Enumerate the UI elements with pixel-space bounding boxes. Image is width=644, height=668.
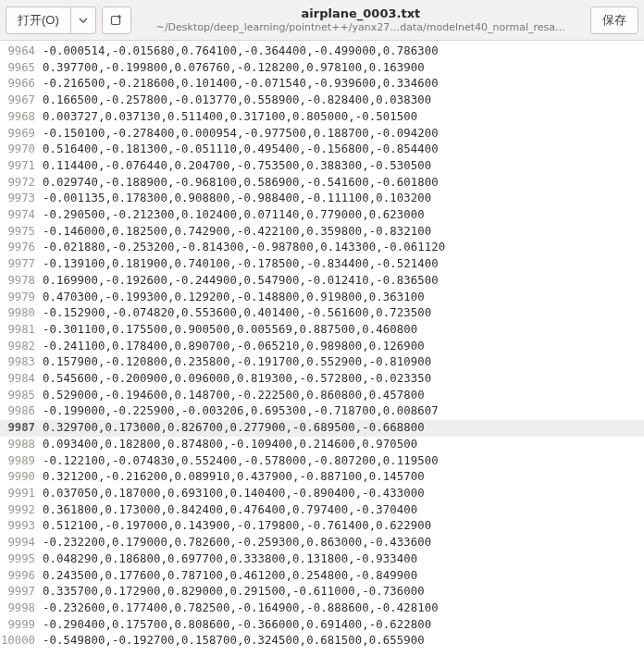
text-line[interactable]: 9977-0.139100,0.181900,0.740100,-0.17850…	[0, 256, 644, 273]
line-content: 0.545600,-0.200900,0.096000,0.819300,-0.…	[41, 371, 644, 388]
line-number: 9987	[0, 420, 41, 437]
line-number: 9993	[0, 518, 41, 535]
line-content: 0.114400,-0.076440,0.204700,-0.753500,0.…	[41, 158, 644, 175]
line-content: -0.290500,-0.212300,0.102400,0.071140,0.…	[41, 207, 644, 224]
line-number: 9983	[0, 354, 41, 371]
svg-rect-0	[111, 16, 119, 24]
line-content: 0.529000,-0.194600,0.148700,-0.222500,0.…	[41, 388, 644, 404]
text-line[interactable]: 99670.166500,-0.257800,-0.013770,0.55890…	[0, 93, 644, 109]
line-content: 0.048290,0.186800,0.697700,0.333800,0.13…	[41, 551, 644, 568]
line-number: 9971	[0, 158, 41, 175]
line-content: -0.216500,-0.218600,0.101400,-0.071540,-…	[41, 76, 644, 93]
line-number: 9996	[0, 568, 41, 585]
line-number: 9974	[0, 207, 41, 224]
line-content: 0.512100,-0.197000,0.143900,-0.179800,-0…	[41, 518, 644, 535]
line-number: 9992	[0, 502, 41, 519]
line-content: 0.169900,-0.192600,-0.244900,0.547900,-0…	[41, 273, 644, 290]
text-line[interactable]: 99950.048290,0.186800,0.697700,0.333800,…	[0, 551, 644, 568]
line-content: -0.199000,-0.225900,-0.003206,0.695300,-…	[41, 403, 644, 420]
text-line[interactable]: 9980-0.152900,-0.074820,0.553600,0.40140…	[0, 305, 644, 322]
text-line[interactable]: 9973-0.001135,0.178300,0.908800,-0.98840…	[0, 191, 644, 207]
text-line[interactable]: 99920.361800,0.173000,0.842400,0.476400,…	[0, 502, 644, 519]
text-line[interactable]: 99840.545600,-0.200900,0.096000,0.819300…	[0, 371, 644, 388]
line-number: 9967	[0, 93, 41, 109]
line-number: 9980	[0, 305, 41, 322]
text-line[interactable]: 99900.321200,-0.216200,0.089910,0.437900…	[0, 469, 644, 486]
line-content: 0.329700,0.173000,0.826700,0.277900,-0.6…	[41, 420, 644, 437]
text-line[interactable]: 99870.329700,0.173000,0.826700,0.277900,…	[0, 420, 644, 437]
new-tab-button[interactable]	[102, 6, 131, 34]
line-number: 9969	[0, 126, 41, 142]
text-line[interactable]: 9981-0.301100,0.175500,0.900500,0.005569…	[0, 322, 644, 339]
text-line[interactable]: 9976-0.021880,-0.253200,-0.814300,-0.987…	[0, 240, 644, 256]
title-area: airplane_0003.txt ~/Desktop/deep_learnin…	[137, 6, 585, 34]
text-editor-area[interactable]: 9964-0.000514,-0.015680,0.764100,-0.3644…	[0, 41, 644, 668]
chevron-down-icon	[79, 16, 88, 25]
line-number: 9978	[0, 273, 41, 290]
line-number: 9994	[0, 535, 41, 551]
open-button-group: 打开(O)	[6, 6, 96, 34]
text-line[interactable]: 10000-0.549800,-0.192700,0.158700,0.3245…	[0, 633, 644, 649]
text-line[interactable]: 99880.093400,0.182800,0.874800,-0.109400…	[0, 437, 644, 453]
line-content: -0.301100,0.175500,0.900500,0.005569,0.8…	[41, 322, 644, 339]
line-content: -0.241100,0.178400,0.890700,-0.065210,0.…	[41, 339, 644, 355]
line-content: 0.335700,0.172900,0.829000,0.291500,-0.6…	[41, 584, 644, 600]
line-number: 9997	[0, 584, 41, 600]
line-number: 9977	[0, 256, 41, 273]
line-content: -0.232200,0.179000,0.782600,-0.259300,0.…	[41, 535, 644, 551]
line-content: 0.397700,-0.199800,0.076760,-0.128200,0.…	[41, 60, 644, 77]
line-content: 0.166500,-0.257800,-0.013770,0.558900,-0…	[41, 93, 644, 109]
text-line[interactable]: 9998-0.232600,0.177400,0.782500,-0.16490…	[0, 600, 644, 617]
text-line[interactable]: 99650.397700,-0.199800,0.076760,-0.12820…	[0, 60, 644, 77]
line-number: 9986	[0, 403, 41, 420]
text-line[interactable]: 99780.169900,-0.192600,-0.244900,0.54790…	[0, 273, 644, 290]
line-content: 0.516400,-0.181300,-0.051110,0.495400,-0…	[41, 142, 644, 158]
text-line[interactable]: 9969-0.150100,-0.278400,0.000954,-0.9775…	[0, 126, 644, 142]
line-number: 9976	[0, 240, 41, 256]
text-line[interactable]: 99720.029740,-0.188900,-0.968100,0.58690…	[0, 175, 644, 192]
text-line[interactable]: 99700.516400,-0.181300,-0.051110,0.49540…	[0, 142, 644, 158]
text-line[interactable]: 99930.512100,-0.197000,0.143900,-0.17980…	[0, 518, 644, 535]
text-line[interactable]: 99970.335700,0.172900,0.829000,0.291500,…	[0, 584, 644, 600]
line-number: 9981	[0, 322, 41, 339]
line-number: 9975	[0, 224, 41, 241]
text-line[interactable]: 99830.157900,-0.120800,0.235800,-0.19170…	[0, 354, 644, 371]
line-content: -0.150100,-0.278400,0.000954,-0.977500,0…	[41, 126, 644, 142]
open-dropdown-button[interactable]	[70, 6, 96, 34]
save-button[interactable]: 保存	[590, 6, 638, 34]
open-button[interactable]: 打开(O)	[6, 6, 70, 34]
line-number: 9979	[0, 290, 41, 306]
text-line[interactable]: 99850.529000,-0.194600,0.148700,-0.22250…	[0, 388, 644, 404]
line-number: 9965	[0, 60, 41, 77]
line-content: 0.093400,0.182800,0.874800,-0.109400,0.2…	[41, 437, 644, 453]
text-line[interactable]: 99910.037050,0.187000,0.693100,0.140400,…	[0, 486, 644, 502]
line-number: 9966	[0, 76, 41, 93]
text-line[interactable]: 9974-0.290500,-0.212300,0.102400,0.07114…	[0, 207, 644, 224]
text-line[interactable]: 9994-0.232200,0.179000,0.782600,-0.25930…	[0, 535, 644, 551]
line-content: -0.000514,-0.015680,0.764100,-0.364400,-…	[41, 43, 644, 60]
text-line[interactable]: 99680.003727,0.037130,0.511400,0.317100,…	[0, 109, 644, 126]
text-line[interactable]: 9999-0.290400,0.175700,0.808600,-0.36600…	[0, 617, 644, 634]
line-number: 9968	[0, 109, 41, 126]
line-number: 9982	[0, 339, 41, 355]
text-line[interactable]: 9986-0.199000,-0.225900,-0.003206,0.6953…	[0, 403, 644, 420]
text-line[interactable]: 99710.114400,-0.076440,0.204700,-0.75350…	[0, 158, 644, 175]
line-number: 9989	[0, 453, 41, 470]
text-line[interactable]: 9966-0.216500,-0.218600,0.101400,-0.0715…	[0, 76, 644, 93]
text-line[interactable]: 99790.470300,-0.199300,0.129200,-0.14880…	[0, 290, 644, 306]
line-number: 9970	[0, 142, 41, 158]
line-content: 0.321200,-0.216200,0.089910,0.437900,-0.…	[41, 469, 644, 486]
text-line[interactable]: 99960.243500,0.177600,0.787100,0.461200,…	[0, 568, 644, 585]
line-number: 10000	[0, 633, 41, 649]
line-content: -0.549800,-0.192700,0.158700,0.324500,0.…	[41, 633, 644, 649]
line-content: 0.029740,-0.188900,-0.968100,0.586900,-0…	[41, 175, 644, 192]
line-content: 0.037050,0.187000,0.693100,0.140400,-0.8…	[41, 486, 644, 502]
line-number: 9972	[0, 175, 41, 192]
line-content: -0.001135,0.178300,0.908800,-0.988400,-0…	[41, 191, 644, 207]
text-line[interactable]: 9982-0.241100,0.178400,0.890700,-0.06521…	[0, 339, 644, 355]
text-line[interactable]: 9975-0.146000,0.182500,0.742900,-0.42210…	[0, 224, 644, 241]
titlebar: 打开(O) airplane_0003.txt ~/Desktop/deep_l…	[0, 0, 644, 41]
line-number: 9998	[0, 600, 41, 617]
text-line[interactable]: 9964-0.000514,-0.015680,0.764100,-0.3644…	[0, 43, 644, 60]
text-line[interactable]: 9989-0.122100,-0.074830,0.552400,-0.5780…	[0, 453, 644, 470]
